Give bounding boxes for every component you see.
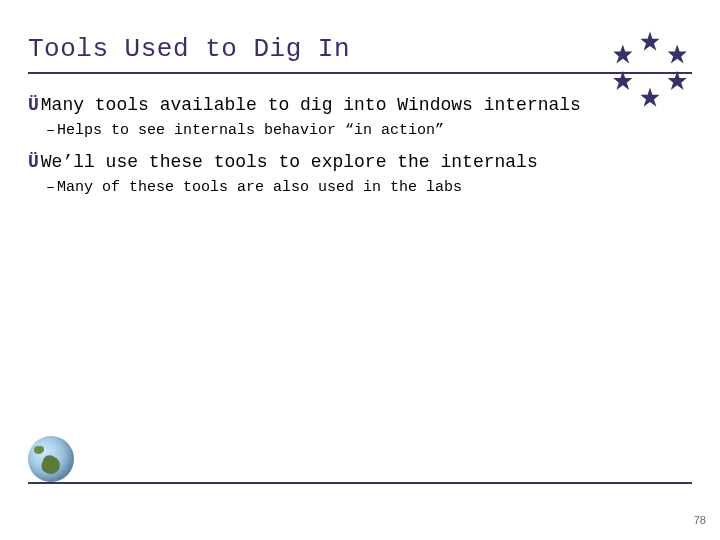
bullet-text: Helps to see internals behavior “in acti… [57,122,444,139]
svg-marker-4 [613,71,632,90]
svg-marker-2 [668,71,687,90]
bullet-level1: ÜWe’ll use these tools to explore the in… [28,151,692,174]
globe-icon [28,436,74,482]
arrow-bullet-icon: Ü [28,95,39,115]
slide: Tools Used to Dig In ÜMany tools availab… [0,0,720,540]
bullet-level2: –Many of these tools are also used in th… [46,178,692,198]
svg-marker-5 [613,44,632,63]
bullet-level2: –Helps to see internals behavior “in act… [46,121,692,141]
bullet-text: We’ll use these tools to explore the int… [41,152,538,172]
bullet-text: Many tools available to dig into Windows… [41,95,581,115]
svg-marker-3 [640,88,659,107]
bullet-level1: ÜMany tools available to dig into Window… [28,94,692,117]
slide-title: Tools Used to Dig In [28,34,692,70]
svg-marker-0 [640,32,659,51]
dash-bullet-icon: – [46,122,55,139]
dash-bullet-icon: – [46,179,55,196]
page-number: 78 [694,514,706,526]
bullet-text: Many of these tools are also used in the… [57,179,462,196]
svg-marker-1 [668,44,687,63]
footer-rule [28,482,692,484]
stars-logo [610,30,690,110]
arrow-bullet-icon: Ü [28,152,39,172]
